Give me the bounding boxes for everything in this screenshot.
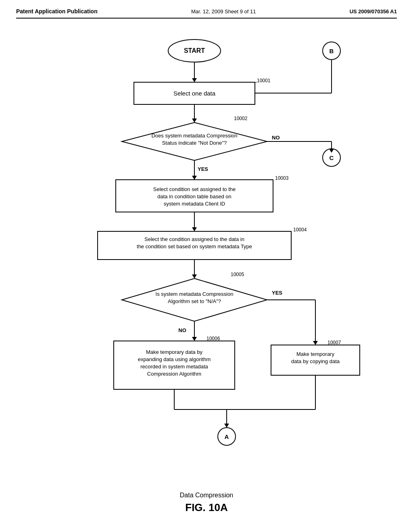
svg-marker-10 [192,118,197,123]
step10001-text: Select one data [173,90,216,97]
svg-marker-23 [192,274,197,278]
step10004-label: 10004 [293,227,307,233]
start-label: START [184,47,205,54]
step10006-text-line4: Compression Algorithm [147,371,201,377]
step10002-yes: YES [198,166,208,172]
header-date-sheet: Mar. 12, 2009 Sheet 9 of 11 [191,8,256,15]
step10004-text-line1: Select the condition assigned to the dat… [144,236,244,242]
step10003-label: 10003 [275,175,289,181]
svg-marker-17 [192,176,197,180]
step10004-text-line2: the condition set based on system metada… [137,243,252,249]
svg-marker-37 [224,424,229,428]
step10002-label: 10002 [234,116,248,121]
header-publication: Patent Application Publication [16,8,98,15]
step10007-text-line2: data by copying data [291,358,340,364]
step10002-text-line2: Status indicate "Not Done"? [162,140,227,146]
step10006-label: 10006 [206,336,220,341]
step10005-text-line1: Is system metadata Compression [156,291,234,297]
step10003-text-line1: Select condition set assigned to the [153,186,236,192]
step10007-text-line1: Make temporary [296,351,334,357]
page-header: Patent Application Publication Mar. 12, … [16,8,397,19]
step10002-no: NO [272,135,280,141]
svg-marker-30 [313,341,318,345]
step10006-text-line1: Make temporary data by [146,349,203,355]
caption-title: Data Compression [16,492,397,499]
svg-marker-2 [192,78,197,82]
flowchart-svg: START B Select one data 10001 Does sy [25,31,388,474]
step10003-text-line3: system metadata Client ID [164,201,225,207]
caption-figure: FIG. 10A [16,501,397,514]
step10005-label: 10005 [231,272,244,277]
step10007-label: 10007 [327,340,341,345]
flowchart-container: START B Select one data 10001 Does sy [25,31,388,476]
step10005-no: NO [178,327,186,333]
header-patent-number: US 2009/070356 A1 [350,8,397,15]
connector-a: A [225,433,229,440]
step10006-text-line2: expanding data using algorithm [138,356,211,362]
caption-area: Data Compression FIG. 10A [16,492,397,514]
page: Patent Application Publication Mar. 12, … [0,0,413,532]
svg-marker-26 [192,337,197,341]
step10002-text-line1: Does system metadata Compression [151,133,237,139]
step10005-text-line2: Algorithm set to "N/A"? [168,298,221,304]
step10003-text-line2: data in condition table based on [157,193,232,200]
step10005-yes: YES [272,290,282,296]
step10006-text-line3: recorded in system metadata [140,364,208,370]
step10001-label: 10001 [257,78,271,83]
connector-b: B [330,48,334,54]
connector-c: C [330,154,334,161]
svg-marker-20 [192,227,197,231]
